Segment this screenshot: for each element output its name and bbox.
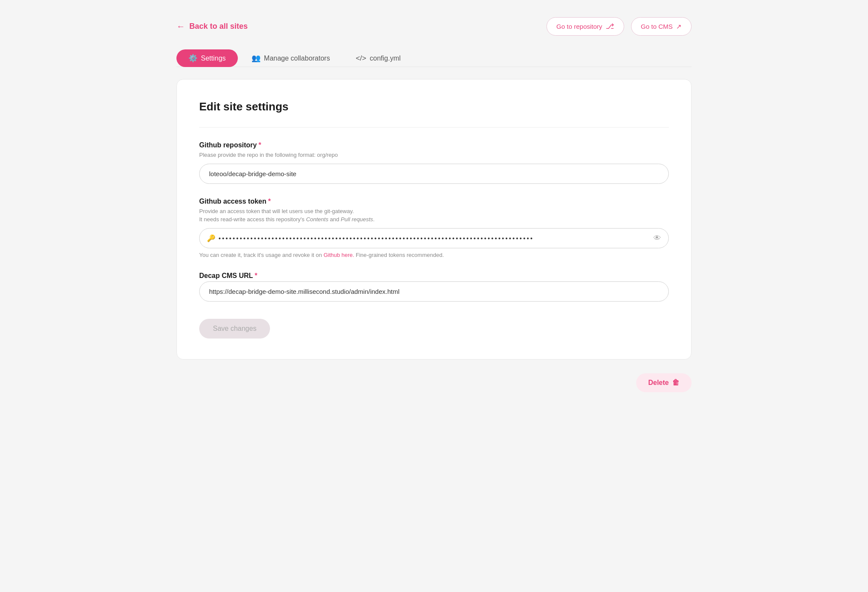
repository-icon: ⎇ <box>606 22 614 31</box>
go-to-repository-label: Go to repository <box>556 23 602 30</box>
save-changes-button[interactable]: Save changes <box>199 319 270 339</box>
collaborators-icon: 👥 <box>252 54 261 63</box>
main-card: Edit site settings Github repository * P… <box>176 79 692 360</box>
tab-config-yml[interactable]: </> config.yml <box>344 50 413 67</box>
delete-button[interactable]: Delete 🗑 <box>636 373 692 392</box>
go-to-repository-button[interactable]: Go to repository ⎇ <box>546 17 624 36</box>
tab-config-label: config.yml <box>370 55 401 62</box>
tab-bar: ⚙️ Settings 👥 Manage collaborators </> c… <box>176 49 692 67</box>
card-divider <box>199 127 669 128</box>
top-nav-right: Go to repository ⎇ Go to CMS ↗ <box>546 17 692 36</box>
github-repository-description: Please provide the repo in the following… <box>199 151 669 159</box>
github-access-token-description: Provide an access token that will let us… <box>199 207 669 224</box>
required-star-token: * <box>268 198 271 205</box>
tab-manage-collaborators[interactable]: 👥 Manage collaborators <box>240 49 342 67</box>
code-icon: </> <box>356 54 367 63</box>
back-link-label: Back to all sites <box>189 22 248 31</box>
trash-icon: 🗑 <box>672 378 680 387</box>
back-link[interactable]: ← Back to all sites <box>176 21 248 31</box>
settings-icon: ⚙️ <box>188 54 197 63</box>
github-repository-field-group: Github repository * Please provide the r… <box>199 141 669 184</box>
github-repository-input[interactable] <box>199 164 669 184</box>
github-access-token-field-group: Github access token * Provide an access … <box>199 198 669 258</box>
go-to-cms-label: Go to CMS <box>641 23 673 30</box>
decap-cms-url-input[interactable] <box>199 281 669 302</box>
go-to-cms-button[interactable]: Go to CMS ↗ <box>631 17 692 36</box>
toggle-visibility-icon[interactable]: 👁 <box>653 234 661 243</box>
decap-cms-url-label: Decap CMS URL * <box>199 272 669 280</box>
required-star-url: * <box>255 272 257 280</box>
top-nav: ← Back to all sites Go to repository ⎇ G… <box>176 17 692 36</box>
tab-settings-label: Settings <box>201 55 226 62</box>
github-access-token-label: Github access token * <box>199 198 669 205</box>
tab-settings[interactable]: ⚙️ Settings <box>176 49 238 67</box>
github-access-token-hint: You can create it, track it's usage and … <box>199 252 669 258</box>
password-wrapper: 🔑 👁 <box>199 228 669 248</box>
delete-label: Delete <box>648 379 669 387</box>
bottom-actions: Delete 🗑 <box>176 373 692 392</box>
card-title: Edit site settings <box>199 100 669 113</box>
decap-cms-url-field-group: Decap CMS URL * <box>199 272 669 302</box>
tab-collaborators-label: Manage collaborators <box>264 55 330 62</box>
github-repository-label: Github repository * <box>199 141 669 149</box>
back-arrow-icon: ← <box>176 21 185 31</box>
key-icon: 🔑 <box>207 234 215 242</box>
github-here-link[interactable]: Github here. <box>324 252 355 258</box>
external-link-icon: ↗ <box>676 23 682 31</box>
required-star-repo: * <box>258 141 261 149</box>
github-access-token-input[interactable] <box>199 228 669 248</box>
